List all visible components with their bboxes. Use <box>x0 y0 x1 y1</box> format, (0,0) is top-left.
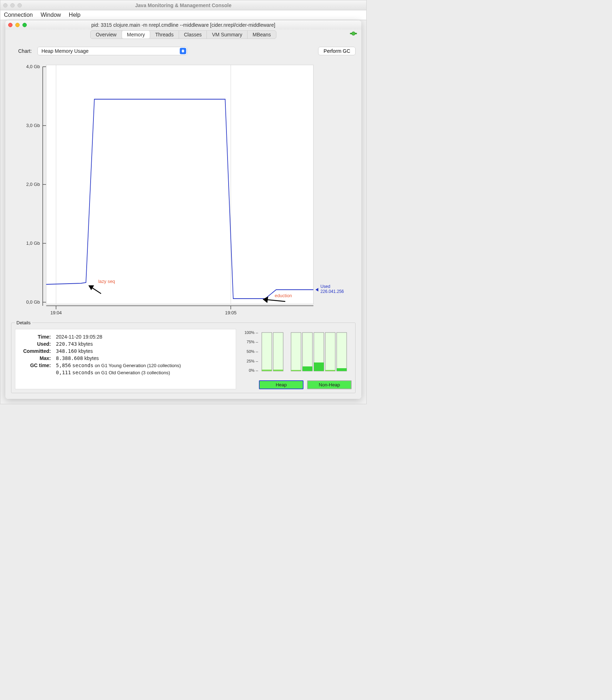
svg-rect-38 <box>273 333 283 371</box>
svg-text:50% --: 50% -- <box>247 349 259 354</box>
details-table: Time: 2024-11-20 19:05:28 Used: 220.743 … <box>15 329 236 389</box>
detail-max-key: Max: <box>21 355 53 361</box>
svg-text:100% --: 100% -- <box>244 330 258 335</box>
svg-text:75% --: 75% -- <box>247 340 259 344</box>
svg-text:25% --: 25% -- <box>247 359 259 363</box>
outer-window-title: Java Monitoring & Management Console <box>0 2 366 8</box>
outer-window: Java Monitoring & Management Console Con… <box>0 0 367 404</box>
svg-text:3,0 Gb: 3,0 Gb <box>26 123 40 128</box>
svg-point-1 <box>352 32 355 35</box>
svg-rect-47 <box>325 370 335 371</box>
tab-overview[interactable]: Overview <box>91 31 122 39</box>
outer-titlebar: Java Monitoring & Management Console <box>0 0 366 10</box>
svg-rect-39 <box>273 370 283 371</box>
connection-status-icon <box>350 31 357 36</box>
svg-text:19:05: 19:05 <box>225 310 236 315</box>
chart-label: Chart: <box>18 48 32 54</box>
detail-time-value: 2024-11-20 19:05:28 <box>54 334 183 340</box>
svg-text:0,0 Gb: 0,0 Gb <box>26 299 40 305</box>
svg-rect-37 <box>262 370 272 371</box>
nonheap-bars[interactable] <box>291 333 347 371</box>
inner-titlebar: pid: 3315 clojure.main -m nrepl.cmdline … <box>5 20 361 30</box>
svg-rect-41 <box>291 370 301 371</box>
svg-rect-49 <box>337 368 347 371</box>
menu-bar: Connection Window Help <box>0 10 366 20</box>
detail-committed-key: Committed: <box>21 348 53 354</box>
annotation-eduction: eduction <box>275 293 292 298</box>
details-legend: Details <box>15 320 32 325</box>
svg-text:0% --: 0% -- <box>249 368 259 372</box>
detail-committed-value: 348.160 <box>56 348 77 354</box>
memory-chart: 4,0 Gb 3,0 Gb 2,0 Gb 1,0 Gb 0,0 Gb <box>11 60 356 316</box>
detail-used-key: Used: <box>21 341 53 347</box>
detail-time-key: Time: <box>21 334 53 340</box>
used-marker-icon <box>316 288 318 291</box>
svg-marker-3 <box>182 51 184 53</box>
chart-select-value: Heap Memory Usage <box>41 48 88 54</box>
heap-bars[interactable] <box>262 333 283 371</box>
detail-gc-key: GC time: <box>21 362 53 369</box>
tab-classes[interactable]: Classes <box>179 31 207 39</box>
used-legend-label: Used <box>320 284 330 289</box>
svg-rect-48 <box>337 333 347 371</box>
nonheap-button[interactable]: Non-Heap <box>307 380 352 389</box>
perform-gc-button[interactable]: Perform GC <box>318 47 356 55</box>
tab-threads[interactable]: Threads <box>150 31 179 39</box>
tab-vm-summary[interactable]: VM Summary <box>207 31 248 39</box>
svg-rect-36 <box>262 333 272 371</box>
menu-help[interactable]: Help <box>69 12 81 18</box>
svg-rect-43 <box>302 366 312 371</box>
annotation-lazy-seq: lazy seq <box>98 279 115 284</box>
details-panel: Details Time: 2024-11-20 19:05:28 Used: … <box>11 320 356 393</box>
inner-window: pid: 3315 clojure.main -m nrepl.cmdline … <box>5 20 361 399</box>
svg-rect-46 <box>325 333 335 371</box>
svg-text:4,0 Gb: 4,0 Gb <box>26 64 40 69</box>
svg-text:19:04: 19:04 <box>50 310 62 315</box>
menu-window[interactable]: Window <box>41 12 61 18</box>
detail-gc2-value: 0,111 <box>56 370 71 375</box>
svg-rect-40 <box>291 333 301 371</box>
memory-pool-bars: 100% -- 75% -- 50% -- 25% -- 0% -- <box>241 329 352 389</box>
tab-bar: Overview Memory Threads Classes VM Summa… <box>5 30 361 40</box>
svg-rect-45 <box>314 362 324 371</box>
detail-max-value: 8.388.608 <box>56 355 83 361</box>
memory-panel: Chart: Heap Memory Usage Perform GC <box>5 40 361 399</box>
chevron-updown-icon <box>180 48 186 54</box>
menu-connection[interactable]: Connection <box>4 12 33 18</box>
detail-gc1-value: 5,856 <box>56 362 71 368</box>
tab-memory[interactable]: Memory <box>122 31 151 39</box>
tab-mbeans[interactable]: MBeans <box>248 31 276 39</box>
detail-used-value: 220.743 <box>56 341 77 347</box>
inner-window-title: pid: 3315 clojure.main -m nrepl.cmdline … <box>5 22 361 28</box>
svg-rect-42 <box>302 333 312 371</box>
svg-text:1,0 Gb: 1,0 Gb <box>26 240 40 246</box>
heap-button[interactable]: Heap <box>259 380 304 389</box>
svg-text:2,0 Gb: 2,0 Gb <box>26 182 40 187</box>
used-legend-value: 226.041.256 <box>320 289 344 294</box>
chart-controls: Chart: Heap Memory Usage Perform GC <box>11 47 356 55</box>
chart-select[interactable]: Heap Memory Usage <box>37 47 187 55</box>
